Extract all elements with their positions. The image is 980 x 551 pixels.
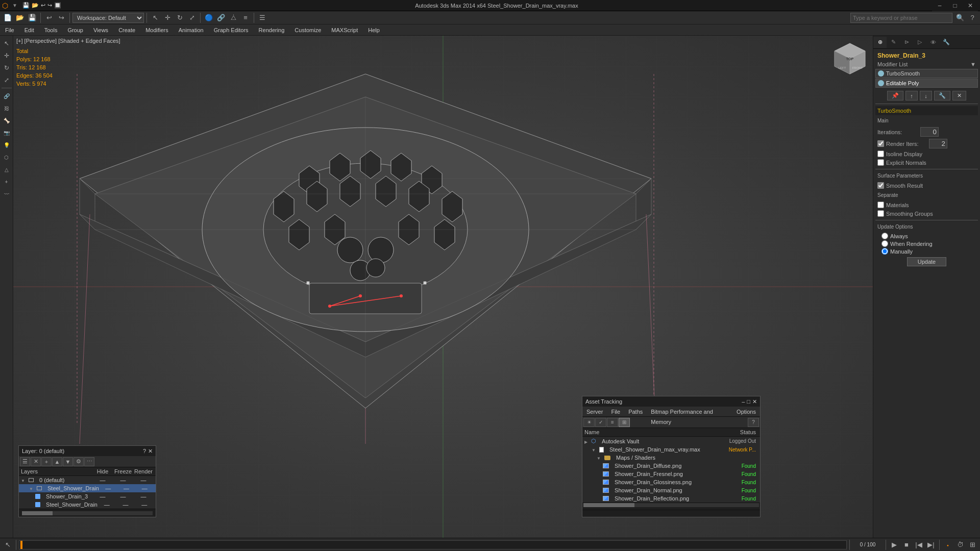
update-button[interactable]: Update — [907, 257, 946, 266]
asset-row[interactable]: Shower_Drain_Reflection.png Found — [582, 494, 760, 503]
iterations-input[interactable] — [920, 127, 939, 137]
search-input[interactable] — [850, 13, 952, 23]
menu-group[interactable]: Group — [62, 24, 88, 36]
asset-menu-file[interactable]: File — [607, 407, 624, 417]
help-icon[interactable]: ? — [967, 12, 978, 23]
left-rotate-icon[interactable]: ↻ — [1, 62, 12, 73]
redo-icon[interactable]: ↪ — [47, 2, 52, 9]
when-rendering-radio[interactable] — [881, 240, 888, 247]
manually-radio[interactable] — [881, 248, 888, 255]
modifier-turbosmooth[interactable]: TurboSmooth — [875, 69, 978, 78]
toolbar-mirror-icon[interactable]: ⧊ — [228, 12, 239, 23]
turbosmooth-section[interactable]: TurboSmooth — [875, 106, 978, 115]
render-iters-input[interactable] — [929, 139, 947, 148]
perspective-cube[interactable]: TOP FRONT LEFT — [832, 41, 868, 77]
menu-edit[interactable]: Edit — [19, 24, 39, 36]
asset-row[interactable]: Steel_Shower_Drain_max_vray.max Network … — [582, 445, 760, 454]
modifier-editable-poly[interactable]: Editable Poly — [875, 79, 978, 88]
layers-add-btn[interactable]: + — [41, 457, 52, 466]
layers-help-button[interactable]: ? — [143, 448, 146, 455]
always-radio[interactable] — [881, 233, 888, 239]
layers-new-btn[interactable]: ☰ — [20, 457, 30, 466]
menu-views[interactable]: Views — [88, 24, 113, 36]
left-helpers-icon[interactable]: + — [1, 176, 12, 187]
channel-btn-1[interactable]: ↑ — [905, 91, 918, 101]
render-iters-check[interactable] — [877, 140, 884, 147]
menu-tools[interactable]: Tools — [39, 24, 63, 36]
menu-modifiers[interactable]: Modifiers — [140, 24, 174, 36]
menu-maxscript[interactable]: MAXScript — [326, 24, 363, 36]
asset-h-scrollbar[interactable] — [582, 503, 760, 510]
minimize-button[interactable]: – — [932, 0, 947, 11]
left-camera-icon[interactable]: 📷 — [1, 127, 12, 138]
toolbar-select-icon[interactable]: ↖ — [150, 12, 161, 23]
menu-graph-editors[interactable]: Graph Editors — [209, 24, 254, 36]
asset-row[interactable]: Shower_Drain_Fresnel.png Found — [582, 470, 760, 478]
asset-btn-1[interactable]: ☀ — [583, 418, 595, 427]
asset-menu-bitmap[interactable]: Bitmap Performance and Memory — [647, 407, 732, 417]
menu-create[interactable]: Create — [113, 24, 140, 36]
asset-btn-3[interactable]: ≡ — [607, 418, 618, 427]
left-spacewarps-icon[interactable]: 〰 — [1, 188, 12, 199]
rp-tab-utilities[interactable]: 🔧 — [940, 37, 953, 48]
isoline-check[interactable] — [877, 151, 884, 157]
left-geometry-icon[interactable]: ⬡ — [1, 152, 12, 163]
render-icon[interactable]: 🔲 — [54, 2, 61, 9]
asset-btn-4[interactable]: ⊞ — [619, 418, 630, 427]
menu-file[interactable]: File — [0, 24, 19, 36]
materials-check[interactable] — [877, 202, 884, 208]
bt-time-icon[interactable]: ⏱ — [954, 539, 966, 550]
menu-animation[interactable]: Animation — [174, 24, 209, 36]
asset-btn-2[interactable]: ✓ — [595, 418, 606, 427]
layer-row[interactable]: 0 (default) — — — — [19, 476, 156, 484]
layer-row[interactable]: Steel_Shower_Drain — — — — [19, 484, 156, 492]
toolbar-open-icon[interactable]: 📂 — [14, 12, 26, 23]
toolbar-new-icon[interactable]: 📄 — [2, 12, 13, 23]
toolbar-snap-icon[interactable]: 🔵 — [203, 12, 214, 23]
channel-btn-2[interactable]: ↓ — [920, 91, 932, 101]
layers-move-up-btn[interactable]: ▲ — [52, 457, 62, 466]
layers-delete-btn[interactable]: ✕ — [31, 457, 41, 466]
toolbar-magnet-icon[interactable]: 🔗 — [215, 12, 227, 23]
toolbar-rotate-icon[interactable]: ↻ — [174, 12, 185, 23]
left-bone-icon[interactable]: 🦴 — [1, 115, 12, 126]
asset-menu-paths[interactable]: Paths — [624, 407, 647, 417]
bt-select-icon[interactable]: ↖ — [2, 539, 13, 550]
toolbar-undo-icon[interactable]: ↩ — [43, 12, 55, 23]
asset-row[interactable]: Maps / Shaders — [582, 454, 760, 462]
menu-help[interactable]: Help — [363, 24, 385, 36]
left-link-icon[interactable]: 🔗 — [1, 90, 12, 102]
toolbar-move-icon[interactable]: ✛ — [162, 12, 173, 23]
left-unlink-icon[interactable]: ⛓ — [1, 103, 12, 114]
rp-tab-hierarchy[interactable]: ⊳ — [900, 37, 913, 48]
toolbar-layer-icon[interactable]: ☰ — [257, 12, 268, 23]
channel-btn-3[interactable]: 🔧 — [934, 91, 950, 101]
bt-stop-icon[interactable]: ■ — [901, 539, 912, 550]
asset-restore-button[interactable]: □ — [747, 398, 750, 405]
layers-h-thumb[interactable] — [22, 511, 53, 515]
asset-menu-options[interactable]: Options — [732, 407, 760, 417]
quick-access-icon[interactable]: 💾 — [22, 2, 30, 9]
menu-rendering[interactable]: Rendering — [254, 24, 290, 36]
workspace-dropdown[interactable]: Workspace: Default — [72, 13, 144, 23]
asset-row[interactable]: ⬡ Autodesk Vault Logged Out — [582, 437, 760, 445]
asset-row[interactable]: Shower_Drain_Diffuse.png Found — [582, 462, 760, 470]
asset-menu-server[interactable]: Server — [582, 407, 607, 417]
bt-next-icon[interactable]: ▶| — [925, 539, 937, 550]
asset-row[interactable]: Shower_Drain_Glossiness.png Found — [582, 478, 760, 486]
toolbar-save-icon[interactable]: 💾 — [27, 12, 38, 23]
rp-tab-create[interactable]: ⊕ — [873, 37, 887, 48]
maximize-button[interactable]: □ — [947, 0, 963, 11]
close-button[interactable]: ✕ — [963, 0, 978, 11]
layers-close-button[interactable]: ✕ — [148, 448, 153, 455]
asset-close-button[interactable]: ✕ — [752, 398, 757, 405]
layers-more-btn[interactable]: ⋯ — [84, 457, 94, 466]
bt-viewport-icon[interactable]: ⊞ — [967, 539, 978, 550]
rp-tab-display[interactable]: 👁 — [926, 37, 940, 48]
toolbar-align-icon[interactable]: ≡ — [240, 12, 251, 23]
search-icon[interactable]: 🔍 — [954, 12, 966, 23]
bt-key-icon[interactable]: ⬩ — [942, 539, 953, 550]
bt-play-icon[interactable]: ▶ — [889, 539, 900, 550]
layers-move-down-btn[interactable]: ▼ — [63, 457, 73, 466]
undo-icon[interactable]: ↩ — [41, 2, 45, 9]
